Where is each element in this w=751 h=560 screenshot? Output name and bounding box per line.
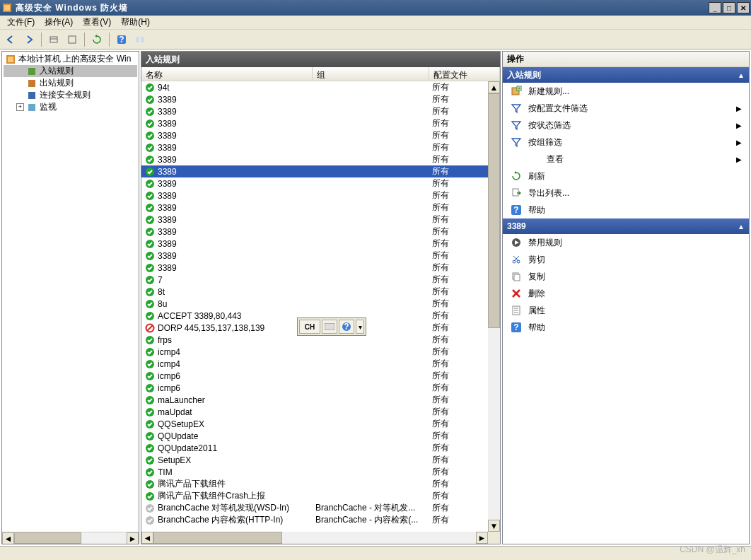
rule-name: BranchCache 内容检索(HTTP-In) xyxy=(158,514,283,526)
menu-help[interactable]: 帮助(H) xyxy=(117,15,154,30)
rule-row[interactable]: maLauncher所有 xyxy=(141,394,488,406)
rule-row[interactable]: 8u所有 xyxy=(141,298,488,310)
tree-item-0[interactable]: 入站规则 xyxy=(4,65,137,77)
toolbar-btn-1[interactable] xyxy=(46,32,62,47)
rule-row[interactable]: 3389所有 xyxy=(141,117,488,129)
menu-action[interactable]: 操作(A) xyxy=(40,15,77,30)
action-item-actions1-0[interactable]: 新建规则... xyxy=(503,83,749,100)
rule-row[interactable]: 3389所有 xyxy=(141,141,488,153)
rule-state-icon xyxy=(144,262,156,274)
rule-row[interactable]: 3389所有 xyxy=(141,177,488,189)
rules-hscroll[interactable]: ◄► xyxy=(141,532,488,544)
rule-name: 94t xyxy=(158,83,170,93)
help-button[interactable]: ? xyxy=(114,32,129,47)
rule-profile: 所有 xyxy=(429,274,488,286)
toolbar-btn-2[interactable] xyxy=(64,32,80,47)
new-rule-icon xyxy=(510,85,523,98)
rule-state-icon xyxy=(144,202,156,214)
rule-row[interactable]: 3389所有 xyxy=(141,189,488,202)
rule-row[interactable]: QQSetupEX所有 xyxy=(141,418,488,430)
rule-row[interactable]: SetupEX所有 xyxy=(141,454,488,466)
action-item-actions2-0[interactable]: 禁用规则 xyxy=(503,234,749,251)
rule-row[interactable]: 7所有 xyxy=(141,274,488,286)
action-item-actions2-1[interactable]: 剪切 xyxy=(503,251,749,268)
rule-row[interactable]: 3389所有 xyxy=(141,165,488,177)
rule-state-icon xyxy=(144,166,156,177)
menu-view[interactable]: 查看(V) xyxy=(78,15,115,30)
rule-row[interactable]: 腾讯产品下载组件所有 xyxy=(141,478,488,490)
rule-row[interactable]: 3389所有 xyxy=(141,250,488,262)
rule-row[interactable]: QQUpdate2011所有 xyxy=(141,442,488,454)
action-item-actions2-2[interactable]: 复制 xyxy=(503,268,749,285)
tree-item-3[interactable]: +监视 xyxy=(4,101,137,113)
tree-item-2[interactable]: 连接安全规则 xyxy=(4,89,137,101)
action-item-actions1-7[interactable]: ?帮助 xyxy=(503,202,749,218)
toolbar-btn-last[interactable] xyxy=(132,32,148,47)
rule-row[interactable]: 3389所有 xyxy=(141,153,488,165)
col-profile[interactable]: 配置文件 xyxy=(429,67,500,81)
rule-row[interactable]: icmp6所有 xyxy=(141,382,488,394)
rule-row[interactable]: 3389所有 xyxy=(141,93,488,105)
close-button[interactable]: ✕ xyxy=(737,2,750,13)
rule-profile: 所有 xyxy=(429,117,488,129)
rule-name: icmp4 xyxy=(158,347,180,357)
rule-row[interactable]: 8t所有 xyxy=(141,286,488,298)
rules-vscroll[interactable]: ▲▼ xyxy=(488,81,500,532)
ime-options-icon[interactable]: ▾ xyxy=(356,320,364,334)
rule-row[interactable]: 94t所有 xyxy=(141,81,488,93)
action-item-actions1-6[interactable]: 导出列表... xyxy=(503,185,749,202)
action-item-actions2-4[interactable]: 属性 xyxy=(503,302,749,319)
rule-row[interactable]: 3389所有 xyxy=(141,129,488,141)
maximize-button[interactable]: □ xyxy=(723,2,735,13)
refresh-button[interactable] xyxy=(89,32,105,47)
actions-section1-header[interactable]: 入站规则 ▲ xyxy=(503,67,749,83)
rule-row[interactable]: 3389所有 xyxy=(141,202,488,214)
rule-group: BranchCache - 内容检索(... xyxy=(313,514,429,526)
rule-row[interactable]: 3389所有 xyxy=(141,238,488,250)
tree-hscroll[interactable]: ◄► xyxy=(2,532,139,544)
col-group[interactable]: 组 xyxy=(313,67,429,81)
rule-row[interactable]: 腾讯产品下载组件Crash上报所有 xyxy=(141,490,488,502)
forward-button[interactable] xyxy=(21,32,37,47)
action-item-actions1-2[interactable]: 按状态筛选▶ xyxy=(503,117,749,134)
ime-lang[interactable]: CH xyxy=(299,320,320,334)
actions-section2-header[interactable]: 3389 ▲ xyxy=(503,218,749,234)
back-button[interactable] xyxy=(3,32,18,47)
rule-profile: 所有 xyxy=(429,430,488,442)
tree-root[interactable]: 本地计算机 上的高级安全 Win xyxy=(4,53,137,65)
rule-row[interactable]: 3389所有 xyxy=(141,262,488,274)
rule-state-icon xyxy=(144,106,156,117)
rule-row[interactable]: icmp6所有 xyxy=(141,370,488,382)
menu-file[interactable]: 文件(F) xyxy=(3,15,39,30)
rule-row[interactable]: BranchCache 内容检索(HTTP-In)BranchCache - 内… xyxy=(141,514,488,526)
rule-profile: 所有 xyxy=(429,129,488,141)
action-item-actions1-1[interactable]: 按配置文件筛选▶ xyxy=(503,100,749,117)
ime-keyboard-icon[interactable] xyxy=(322,320,337,334)
action-item-actions2-3[interactable]: 删除 xyxy=(503,285,749,302)
tree-item-1[interactable]: 出站规则 xyxy=(4,77,137,89)
rule-name: BranchCache 对等机发现(WSD-In) xyxy=(158,502,289,514)
rule-row[interactable]: QQUpdate所有 xyxy=(141,430,488,442)
rule-row[interactable]: 3389所有 xyxy=(141,214,488,226)
svg-text:?: ? xyxy=(513,205,518,215)
expand-icon[interactable]: + xyxy=(16,103,24,111)
rule-row[interactable]: 3389所有 xyxy=(141,226,488,238)
col-name[interactable]: 名称 xyxy=(141,67,313,81)
rule-row[interactable]: BranchCache 对等机发现(WSD-In)BranchCache - 对… xyxy=(141,502,488,514)
rule-profile: 所有 xyxy=(429,189,488,202)
action-item-actions1-5[interactable]: 刷新 xyxy=(503,168,749,185)
ime-toolbar[interactable]: CH ? ▾ xyxy=(297,317,366,336)
ime-help-icon[interactable]: ? xyxy=(339,320,354,334)
rule-row[interactable]: maUpdat所有 xyxy=(141,406,488,418)
rule-row[interactable]: icmp4所有 xyxy=(141,346,488,358)
rule-name: 8u xyxy=(158,299,167,309)
action-item-actions1-3[interactable]: 按组筛选▶ xyxy=(503,134,749,151)
action-item-actions1-4[interactable]: 查看▶ xyxy=(503,151,749,168)
rule-row[interactable]: icmp4所有 xyxy=(141,358,488,370)
delete-icon xyxy=(510,287,523,300)
rule-row[interactable]: TIM所有 xyxy=(141,466,488,478)
minimize-button[interactable]: _ xyxy=(709,2,721,13)
action-item-actions2-5[interactable]: ?帮助 xyxy=(503,319,749,336)
rule-state-icon xyxy=(144,431,156,442)
rule-row[interactable]: 3389所有 xyxy=(141,105,488,117)
